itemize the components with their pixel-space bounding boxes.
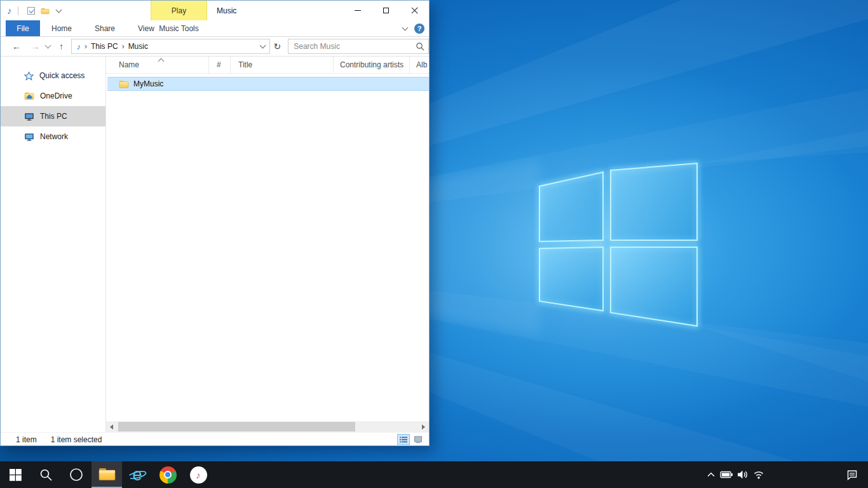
network-icon	[24, 132, 34, 142]
up-button[interactable]: ↑	[56, 41, 67, 51]
column-header-name[interactable]: Name	[106, 57, 209, 73]
sidebar-item-onedrive[interactable]: OneDrive	[1, 86, 105, 106]
file-name: MyMusic	[133, 79, 163, 88]
ribbon-tab-row: File Home Share View Music Tools ?	[1, 20, 429, 37]
start-button[interactable]	[0, 461, 31, 488]
column-label: Name	[119, 60, 139, 69]
itunes-icon: ♪	[190, 466, 207, 484]
selected-count: 1 item selected	[51, 435, 102, 444]
file-area[interactable]: MyMusic	[106, 74, 429, 421]
battery-status-button[interactable]	[719, 461, 735, 488]
wifi-icon	[753, 470, 764, 480]
maximize-icon	[383, 8, 389, 13]
breadcrumb-separator: ›	[85, 42, 87, 51]
scroll-left-button[interactable]	[106, 421, 117, 432]
scroll-right-button[interactable]	[418, 421, 429, 432]
navigation-toolbar: ← → ↑ ♪ › This PC › Music ↻	[1, 37, 429, 57]
close-button[interactable]	[400, 1, 429, 20]
action-center-icon	[846, 469, 858, 480]
tab-share[interactable]: Share	[83, 20, 126, 36]
forward-button[interactable]: →	[30, 41, 41, 51]
music-note-icon: ♪	[7, 6, 12, 15]
system-tray	[703, 461, 868, 488]
cortana-icon	[69, 468, 83, 482]
sort-ascending-icon	[158, 58, 165, 65]
large-icons-view-toggle[interactable]	[412, 434, 424, 445]
caption-buttons	[343, 1, 429, 20]
search-box	[288, 39, 429, 54]
window-body: Quick access OneDrive This PC	[1, 57, 429, 432]
search-icon[interactable]	[412, 42, 428, 51]
taskbar-chrome-button[interactable]	[153, 461, 183, 488]
breadcrumb-separator: ›	[122, 42, 125, 51]
recent-locations-dropdown[interactable]	[46, 45, 50, 48]
address-bar[interactable]: ♪ › This PC › Music	[71, 39, 270, 54]
internet-explorer-icon: e	[128, 465, 147, 484]
sidebar-item-label: Quick access	[39, 71, 85, 80]
back-button[interactable]: ←	[11, 41, 22, 51]
ribbon-controls: ?	[403, 20, 424, 37]
taskbar-internet-explorer-button[interactable]: e	[122, 461, 153, 488]
help-button[interactable]: ?	[414, 24, 424, 34]
chrome-icon	[159, 466, 177, 484]
volume-button[interactable]	[735, 461, 750, 488]
horizontal-scrollbar[interactable]	[106, 421, 429, 432]
breadcrumb-this-pc[interactable]: This PC	[91, 42, 118, 51]
chevron-up-icon	[707, 471, 715, 478]
taskbar-file-explorer-button[interactable]	[92, 461, 122, 488]
tab-music-tools[interactable]: Music Tools	[151, 20, 207, 37]
minimize-button[interactable]	[343, 1, 372, 20]
address-dropdown-icon[interactable]	[260, 43, 266, 49]
column-header-number[interactable]: #	[209, 57, 231, 73]
sidebar-item-label: Network	[40, 132, 68, 141]
refresh-button[interactable]: ↻	[270, 41, 284, 51]
sidebar-item-label: This PC	[40, 112, 67, 121]
explorer-window: ♪ Play Music File Home Share View Music …	[0, 0, 430, 446]
new-folder-button[interactable]	[38, 4, 52, 18]
music-note-icon: ♪	[76, 43, 81, 51]
breadcrumb-music[interactable]: Music	[128, 42, 148, 51]
tab-file[interactable]: File	[6, 20, 40, 36]
taskbar-itunes-button[interactable]: ♪	[183, 461, 214, 488]
expand-ribbon-icon[interactable]	[402, 25, 409, 31]
column-label: Title	[238, 60, 252, 69]
sidebar-item-quick-access[interactable]: Quick access	[1, 65, 105, 86]
network-wifi-button[interactable]	[750, 461, 766, 488]
computer-icon	[24, 112, 34, 121]
status-bar: 1 item 1 item selected	[1, 432, 429, 446]
triangle-right-icon	[422, 424, 425, 430]
sidebar-item-network[interactable]: Network	[1, 126, 105, 147]
details-view-toggle[interactable]	[397, 434, 410, 445]
action-center-button[interactable]	[840, 461, 864, 488]
show-hidden-icons-button[interactable]	[703, 461, 719, 488]
column-header-contributing-artists[interactable]: Contributing artists	[334, 57, 410, 73]
contextual-tab-play[interactable]: Play	[151, 1, 207, 20]
chevron-down-icon	[44, 43, 51, 49]
onedrive-icon	[24, 92, 34, 100]
close-icon	[411, 7, 418, 14]
navigation-pane: Quick access OneDrive This PC	[1, 57, 106, 432]
search-input[interactable]	[288, 42, 412, 51]
properties-button[interactable]	[24, 4, 38, 18]
titlebar: ♪ Play Music	[1, 1, 429, 20]
maximize-button[interactable]	[372, 1, 400, 20]
column-header-album[interactable]: Alb	[410, 57, 429, 73]
tab-home[interactable]: Home	[40, 20, 83, 36]
large-icons-view-icon	[414, 436, 423, 444]
chrome-center	[164, 471, 172, 478]
scrollbar-thumb[interactable]	[118, 422, 355, 431]
triangle-left-icon	[110, 424, 113, 430]
column-label: Alb	[416, 60, 427, 69]
sidebar-item-this-pc[interactable]: This PC	[1, 106, 105, 126]
sidebar-item-label: OneDrive	[40, 92, 72, 100]
minimize-icon	[355, 10, 361, 11]
file-row-mymusic[interactable]: MyMusic	[107, 77, 429, 91]
speaker-icon	[736, 469, 749, 480]
details-view-icon	[399, 436, 408, 444]
column-header-title[interactable]: Title	[231, 57, 334, 73]
taskbar-search-button[interactable]	[31, 461, 61, 488]
star-icon	[24, 71, 34, 81]
cortana-button[interactable]	[61, 461, 92, 488]
quick-access-toolbar-dropdown[interactable]	[52, 4, 66, 18]
music-note-glyph: ♪	[196, 470, 201, 480]
